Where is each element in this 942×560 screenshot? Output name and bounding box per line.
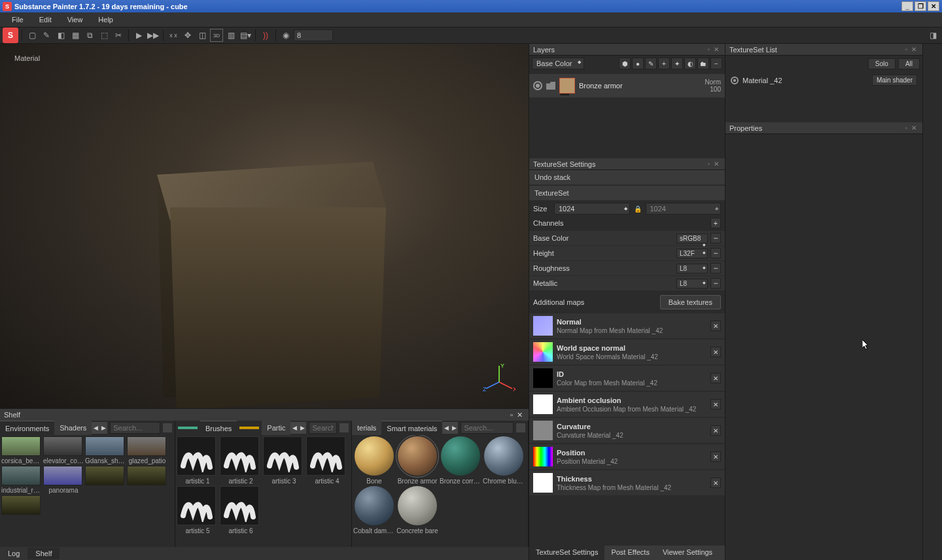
material-item[interactable]: Bone bbox=[353, 436, 395, 485]
layers-undock-icon[interactable]: ▫ bbox=[705, 46, 712, 53]
environment-item[interactable]: industrial_room bbox=[1, 466, 42, 494]
map-remove-button[interactable]: ✕ bbox=[710, 451, 721, 462]
minimize-button[interactable]: _ bbox=[901, 1, 913, 11]
environment-item[interactable]: panorama bbox=[43, 466, 84, 494]
tslist-undock-icon[interactable]: ▫ bbox=[903, 46, 909, 53]
brush-item[interactable]: artistic 5 bbox=[177, 486, 218, 534]
tab-viewer-settings[interactable]: Viewer Settings bbox=[656, 546, 719, 560]
layer-smart-icon[interactable]: ✦ bbox=[671, 58, 683, 69]
bake-textures-button[interactable]: Bake textures bbox=[660, 295, 721, 309]
layer-visibility-icon[interactable] bbox=[533, 81, 542, 90]
ts-undo-section[interactable]: Undo stack bbox=[529, 170, 725, 184]
mask-tool-icon[interactable]: ⬚ bbox=[97, 29, 111, 42]
layer-name[interactable]: Bronze armor bbox=[579, 82, 701, 90]
ts-add-channel-button[interactable]: + bbox=[710, 218, 721, 228]
perspective-icon[interactable]: ◫ bbox=[196, 29, 209, 42]
shelf-close-icon[interactable]: ✕ bbox=[515, 411, 525, 419]
menu-help[interactable]: Help bbox=[90, 14, 121, 26]
tslist-solo-button[interactable]: Solo bbox=[868, 58, 896, 69]
menu-view[interactable]: View bbox=[60, 14, 91, 26]
3d-mode-icon[interactable]: 3D bbox=[210, 29, 223, 42]
viewport-3d[interactable]: Material X Y Z bbox=[0, 44, 529, 408]
picker-icon[interactable]: ◉ bbox=[279, 29, 292, 42]
ts-undock-icon[interactable]: ▫ bbox=[705, 160, 712, 167]
environment-item[interactable]: corsica_beach bbox=[1, 436, 42, 464]
shelf-tab-environments[interactable]: Environments bbox=[0, 421, 54, 435]
environment-item[interactable] bbox=[1, 495, 42, 515]
shelf-tab-brushes[interactable]: Brushes bbox=[200, 421, 237, 435]
channel-remove-button[interactable]: − bbox=[710, 233, 721, 243]
tab-post-effects[interactable]: Post Effects bbox=[604, 546, 656, 560]
env-grid-icon[interactable] bbox=[163, 423, 172, 432]
ts-size-lock-icon[interactable]: 🔒 bbox=[633, 203, 643, 214]
additional-map-row[interactable]: IDColor Map from Mesh Material _42✕ bbox=[529, 366, 725, 391]
layer-item[interactable]: Bronze armor Norm 100 bbox=[529, 74, 725, 97]
clone-tool-icon[interactable]: ⧉ bbox=[83, 29, 96, 42]
brush-item[interactable]: artistic 2 bbox=[220, 436, 262, 485]
layer-folder-icon[interactable]: 🖿 bbox=[697, 58, 709, 69]
environment-item[interactable] bbox=[85, 466, 126, 494]
shelf-tab-particles[interactable]: Partic bbox=[262, 421, 290, 435]
layer-opacity[interactable]: 100 bbox=[705, 86, 721, 93]
shelf-tab-smart-materials[interactable]: Smart materials bbox=[381, 421, 442, 435]
maximize-button[interactable]: ❐ bbox=[915, 1, 926, 11]
properties-undock-icon[interactable]: ▫ bbox=[903, 124, 909, 131]
properties-close-icon[interactable]: ✕ bbox=[909, 124, 918, 131]
map-remove-button[interactable]: ✕ bbox=[710, 425, 721, 436]
material-item[interactable]: Chrome blue... bbox=[483, 436, 525, 485]
layer-remove-icon[interactable]: − bbox=[710, 58, 722, 69]
material-item[interactable]: Cobalt dama... bbox=[353, 486, 395, 534]
grayscale-icon[interactable]: ◨ bbox=[926, 29, 939, 42]
record-icon[interactable]: )) bbox=[259, 29, 272, 42]
shelf-tab-shaders[interactable]: Shaders bbox=[54, 421, 92, 435]
brush-item[interactable]: artistic 1 bbox=[177, 436, 218, 485]
layer-paint-icon[interactable]: ✎ bbox=[645, 58, 657, 69]
material-item[interactable]: Bronze armor bbox=[396, 436, 438, 485]
play-icon[interactable]: ▶ bbox=[132, 29, 145, 42]
fill-tool-icon[interactable]: ▦ bbox=[69, 29, 82, 42]
eraser-tool-icon[interactable]: ◧ bbox=[54, 29, 67, 42]
axis-gizmo[interactable]: X Y Z bbox=[483, 362, 515, 395]
uv-mode-icon[interactable]: ▥ bbox=[224, 29, 237, 42]
brush-item[interactable]: artistic 6 bbox=[220, 486, 262, 534]
env-search-input[interactable] bbox=[110, 422, 160, 434]
brush-search-input[interactable] bbox=[309, 422, 337, 434]
tslist-item[interactable]: Material _42 Main shader bbox=[725, 72, 922, 88]
camera-icon[interactable]: ▤▾ bbox=[239, 29, 252, 42]
additional-map-row[interactable]: CurvatureCurvature Material _42✕ bbox=[529, 418, 725, 443]
symmetry-move-icon[interactable]: ✥ bbox=[181, 29, 194, 42]
brush-item[interactable]: artistic 3 bbox=[263, 436, 305, 485]
additional-map-row[interactable]: PositionPosition Material _42✕ bbox=[529, 444, 725, 469]
ts-size-width-dropdown[interactable]: 1024 bbox=[554, 203, 630, 215]
map-remove-button[interactable]: ✕ bbox=[710, 373, 721, 383]
brush-item[interactable]: artistic 4 bbox=[306, 436, 348, 485]
tab-textureset-settings[interactable]: TextureSet Settings bbox=[529, 546, 604, 560]
tslist-close-icon[interactable]: ✕ bbox=[909, 46, 918, 53]
layer-geometry-icon[interactable]: ⬢ bbox=[619, 58, 631, 69]
brush-nav-next-icon[interactable]: ▶ bbox=[298, 422, 306, 434]
environment-item[interactable]: elevator_corr... bbox=[43, 436, 84, 464]
channel-format-dropdown[interactable]: sRGB8 bbox=[676, 234, 708, 243]
environment-item[interactable] bbox=[127, 466, 167, 494]
mat-search-input[interactable] bbox=[461, 422, 514, 434]
environment-item[interactable]: Gdansk_ship... bbox=[85, 436, 126, 464]
additional-map-row[interactable]: World space normalWorld Space Normals Ma… bbox=[529, 340, 725, 364]
additional-map-row[interactable]: Ambient occlusionAmbient Occlusion Map f… bbox=[529, 392, 725, 417]
map-remove-button[interactable]: ✕ bbox=[710, 347, 721, 357]
ts-close-icon[interactable]: ✕ bbox=[712, 160, 721, 167]
menu-edit[interactable]: Edit bbox=[31, 14, 60, 26]
environment-item[interactable]: glazed_patio bbox=[127, 436, 167, 464]
shelf-nav-next-icon[interactable]: ▶ bbox=[99, 422, 107, 434]
channel-format-dropdown[interactable]: L32F bbox=[676, 249, 708, 258]
layers-close-icon[interactable]: ✕ bbox=[712, 46, 721, 53]
brush-tool-icon[interactable]: ✎ bbox=[40, 29, 53, 42]
tslist-all-button[interactable]: All bbox=[898, 58, 920, 69]
fastforward-icon[interactable]: ▶▶ bbox=[147, 29, 160, 42]
tslist-shader-dropdown[interactable]: Main shader bbox=[872, 75, 917, 86]
footer-tab-log[interactable]: Log bbox=[0, 548, 27, 559]
selection-tool-icon[interactable]: ✂ bbox=[112, 29, 125, 42]
channel-remove-button[interactable]: − bbox=[710, 278, 721, 289]
additional-map-row[interactable]: ThicknessThickness Map from Mesh Materia… bbox=[529, 470, 725, 495]
map-remove-button[interactable]: ✕ bbox=[710, 321, 721, 331]
map-remove-button[interactable]: ✕ bbox=[710, 478, 721, 488]
